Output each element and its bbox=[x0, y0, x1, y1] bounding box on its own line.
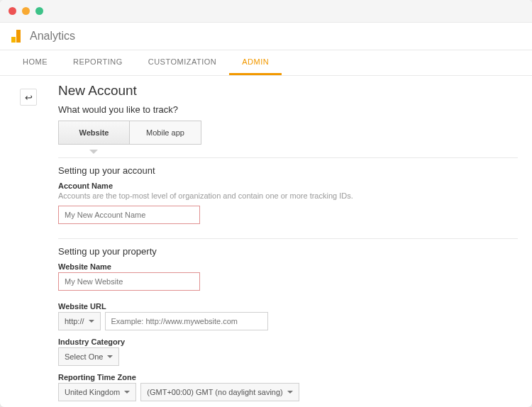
section-account: Setting up your account Account Name Acc… bbox=[58, 157, 518, 231]
app-header: Analytics bbox=[0, 23, 532, 50]
industry-select[interactable]: Select One bbox=[58, 347, 119, 366]
chevron-down-icon bbox=[107, 355, 113, 358]
section-account-title: Setting up your account bbox=[58, 165, 518, 176]
section-property: Setting up your property Website Name We… bbox=[58, 238, 518, 401]
svg-rect-1 bbox=[16, 30, 21, 43]
back-arrow-icon: ↩ bbox=[25, 92, 33, 103]
back-button[interactable]: ↩ bbox=[20, 89, 37, 106]
protocol-select[interactable]: http:// bbox=[58, 312, 101, 330]
tz-country-select[interactable]: United Kingdom bbox=[58, 383, 136, 401]
analytics-logo-icon bbox=[11, 30, 23, 43]
tz-offset-select[interactable]: (GMT+00:00) GMT (no daylight saving) bbox=[140, 383, 299, 401]
toggle-pointer-icon bbox=[89, 150, 98, 154]
section-property-title: Setting up your property bbox=[58, 246, 518, 257]
timezone-label: Reporting Time Zone bbox=[58, 373, 518, 381]
chevron-down-icon bbox=[89, 320, 94, 323]
chevron-down-icon bbox=[287, 391, 293, 394]
account-name-input[interactable] bbox=[58, 206, 200, 224]
tab-home[interactable]: HOME bbox=[10, 50, 60, 75]
close-icon[interactable] bbox=[9, 7, 16, 15]
website-url-input[interactable] bbox=[105, 312, 268, 330]
account-name-label: Account Name bbox=[58, 182, 518, 190]
website-name-input[interactable] bbox=[58, 272, 200, 291]
industry-value: Select One bbox=[65, 352, 103, 361]
content: New Account What would you like to track… bbox=[58, 76, 532, 407]
protocol-value: http:// bbox=[65, 317, 84, 325]
tz-country-value: United Kingdom bbox=[65, 388, 120, 396]
industry-label: Industry Category bbox=[58, 338, 518, 346]
svg-rect-0 bbox=[11, 37, 16, 43]
toggle-website[interactable]: Website bbox=[59, 121, 130, 144]
zoom-icon[interactable] bbox=[35, 7, 43, 15]
app-name: Analytics bbox=[30, 30, 75, 43]
minimize-icon[interactable] bbox=[22, 7, 30, 15]
toggle-mobile[interactable]: Mobile app bbox=[130, 121, 201, 144]
website-url-label: Website URL bbox=[58, 302, 518, 311]
tab-reporting[interactable]: REPORTING bbox=[60, 50, 135, 75]
tab-admin[interactable]: ADMIN bbox=[229, 50, 282, 75]
website-name-label: Website Name bbox=[58, 262, 518, 271]
page-title: New Account bbox=[58, 83, 518, 99]
body: ↩ New Account What would you like to tra… bbox=[0, 76, 532, 407]
window: Analytics HOME REPORTING CUSTOMIZATION A… bbox=[0, 0, 532, 407]
track-toggle: Website Mobile app bbox=[58, 121, 201, 145]
chevron-down-icon bbox=[124, 391, 130, 394]
tab-customization[interactable]: CUSTOMIZATION bbox=[135, 50, 230, 75]
tz-offset-value: (GMT+00:00) GMT (no daylight saving) bbox=[147, 388, 282, 396]
track-question: What would you like to track? bbox=[58, 104, 518, 115]
titlebar bbox=[0, 0, 532, 23]
account-name-help: Accounts are the top-most level of organ… bbox=[58, 191, 518, 200]
nav-tabs: HOME REPORTING CUSTOMIZATION ADMIN bbox=[0, 50, 532, 76]
